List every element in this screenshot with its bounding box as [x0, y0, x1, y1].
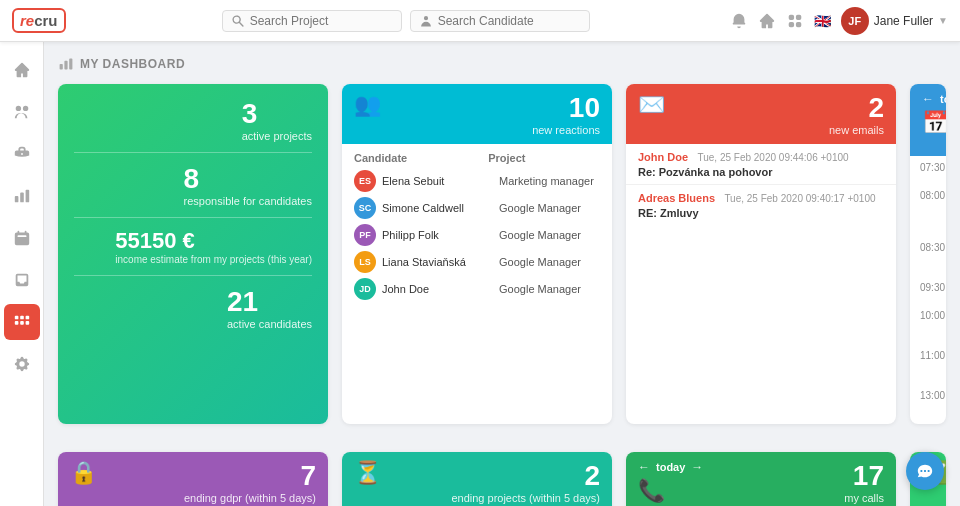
candidate-name[interactable]: Elena Sebuit	[382, 175, 493, 187]
candidate-name[interactable]: Liana Staviaňská	[382, 256, 493, 268]
dashboard-sidebar-icon	[13, 313, 31, 331]
calls-number: 17	[844, 460, 884, 492]
event-time: 08:00	[920, 190, 946, 201]
responsible-num: 8	[184, 163, 312, 195]
settings-sidebar-icon	[13, 355, 31, 373]
gdpr-header: 🔒 7 ending gdpr (within 5 days)	[58, 452, 328, 506]
home-icon[interactable]	[758, 12, 776, 30]
events-list: 07:30 Send newsletter 08:00 Meeting with…	[910, 156, 946, 424]
event-time: 13:00	[920, 390, 946, 401]
top-navigation: recru 🇬🇧 JF Jane Fuller ▼	[0, 0, 960, 42]
email-date: Tue, 25 Feb 2020 09:40:17 +0100	[724, 193, 875, 204]
avatar: JF	[841, 7, 869, 35]
email-sender[interactable]: Adreas Bluens	[638, 192, 715, 204]
sidebar-item-inbox[interactable]	[4, 262, 40, 298]
col-candidate-header: Candidate	[354, 152, 488, 164]
lock-icon: 🔒	[70, 460, 97, 486]
ending-projects-label: ending projects (within 5 days)	[451, 492, 600, 504]
avatar: SC	[354, 197, 376, 219]
search-project-icon	[231, 14, 245, 28]
list-item: 07:30 Send newsletter	[920, 162, 936, 186]
search-candidate-input[interactable]	[438, 14, 578, 28]
search-group	[82, 10, 730, 32]
ending-projects-number: 2	[451, 460, 600, 492]
active-projects-num: 3	[242, 98, 312, 130]
avatar: JD	[354, 278, 376, 300]
events-nav: ← today →	[922, 92, 946, 106]
ending-projects-card: ⏳ 2 ending projects (within 5 days) Date…	[342, 452, 612, 506]
sidebar	[0, 42, 44, 506]
calendar-sidebar-icon	[13, 229, 31, 247]
home-sidebar-icon	[13, 61, 31, 79]
gdpr-card: 🔒 7 ending gdpr (within 5 days) Date Can…	[58, 452, 328, 506]
avatar-initials: JF	[848, 15, 861, 27]
candidate-name[interactable]: John Doe	[382, 283, 493, 295]
emails-number: 2	[829, 92, 884, 124]
col-project-header: Project	[488, 152, 600, 164]
chevron-down-icon: ▼	[938, 15, 948, 26]
sidebar-item-home[interactable]	[4, 52, 40, 88]
reactions-header: 👥 10 new reactions	[342, 84, 612, 144]
event-time: 08:30	[920, 242, 946, 253]
people-sidebar-icon	[13, 103, 31, 121]
email-subject[interactable]: RE: Zmluvy	[638, 207, 884, 219]
grid-icon[interactable]	[786, 12, 804, 30]
email-date: Tue, 25 Feb 2020 09:44:06 +0100	[697, 152, 848, 163]
top-row-grid: 3 active projects 8 responsible for cand…	[58, 84, 946, 438]
list-item: PF Philipp Folk Google Manager	[354, 224, 600, 246]
event-time: 09:30	[920, 282, 946, 293]
avatar: LS	[354, 251, 376, 273]
email-subject[interactable]: Re: Pozvánka na pohovor	[638, 166, 884, 178]
reactions-label: new reactions	[532, 124, 600, 136]
list-item: Adreas Bluens Tue, 25 Feb 2020 09:40:17 …	[626, 185, 896, 225]
stats-card: 3 active projects 8 responsible for cand…	[58, 84, 328, 424]
emails-header: ✉️ 2 new emails	[626, 84, 896, 144]
sidebar-item-chart[interactable]	[4, 178, 40, 214]
active-candidates-label: active candidates	[227, 318, 312, 330]
bell-icon[interactable]	[730, 12, 748, 30]
candidate-name[interactable]: Philipp Folk	[382, 229, 493, 241]
chat-fab-button[interactable]	[906, 452, 944, 490]
reactions-body: Candidate Project ES Elena Sebuit Market…	[342, 144, 612, 424]
sidebar-item-dashboard[interactable]	[4, 304, 40, 340]
logo[interactable]: recru	[12, 8, 66, 33]
income-num: 55150 €	[115, 228, 312, 254]
next-calls-button[interactable]: →	[691, 460, 703, 474]
search-candidate-box[interactable]	[410, 10, 590, 32]
list-item: 09:30 Training Instagram.com	[920, 282, 936, 306]
email-sender[interactable]: John Doe	[638, 151, 688, 163]
chat-icon	[916, 462, 934, 480]
candidate-name[interactable]: Simone Caldwell	[382, 202, 493, 214]
event-time: 10:00	[920, 310, 946, 321]
avatar: PF	[354, 224, 376, 246]
income-label: income estimate from my projects (this y…	[115, 254, 312, 265]
calls-card: ← today → 📞 17 my calls 09:15:48 P Peter	[626, 452, 896, 506]
project-name: Google Manager	[499, 202, 600, 214]
project-name: Marketing manager	[499, 175, 600, 187]
gdpr-label: ending gdpr (within 5 days)	[184, 492, 316, 504]
sidebar-item-calendar[interactable]	[4, 220, 40, 256]
event-time: 07:30	[920, 162, 946, 173]
search-project-input[interactable]	[250, 14, 390, 28]
list-item: LS Liana Staviaňská Google Manager	[354, 251, 600, 273]
list-item: 08:30 Interview - John Doe	[920, 242, 936, 278]
flag-icon[interactable]: 🇬🇧	[814, 13, 831, 29]
calls-header: ← today → 📞 17 my calls	[626, 452, 896, 506]
search-project-box[interactable]	[222, 10, 402, 32]
active-candidates-num: 21	[227, 286, 312, 318]
list-item: SC Simone Caldwell Google Manager	[354, 197, 600, 219]
sidebar-item-settings[interactable]	[4, 346, 40, 382]
calls-label: my calls	[844, 492, 884, 504]
inbox-sidebar-icon	[13, 271, 31, 289]
active-projects-label: active projects	[242, 130, 312, 142]
ending-projects-header: ⏳ 2 ending projects (within 5 days)	[342, 452, 612, 506]
sidebar-item-briefcase[interactable]	[4, 136, 40, 172]
user-avatar-wrap[interactable]: JF Jane Fuller ▼	[841, 7, 948, 35]
prev-day-button[interactable]: ←	[922, 92, 934, 106]
project-name: Google Manager	[499, 283, 600, 295]
phone-icon: 📞	[638, 478, 703, 504]
prev-calls-button[interactable]: ←	[638, 460, 650, 474]
mail-icon: ✉️	[638, 92, 665, 118]
sidebar-item-people[interactable]	[4, 94, 40, 130]
gdpr-number: 7	[184, 460, 316, 492]
